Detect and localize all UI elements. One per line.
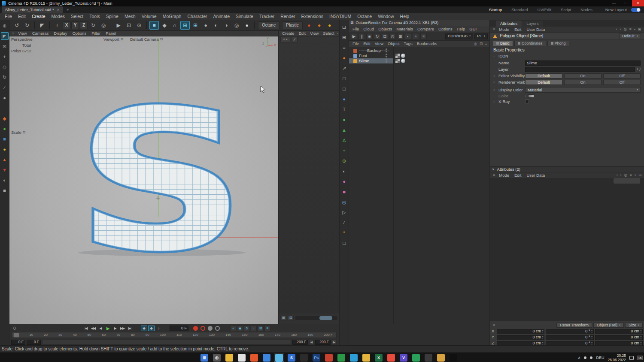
section-tab[interactable]: Coordinates bbox=[514, 41, 546, 46]
menu-item[interactable]: Volume bbox=[139, 14, 160, 19]
record-rotation-toggle[interactable]: ↻ bbox=[244, 326, 250, 331]
spinner-icon[interactable]: ▴▾ bbox=[591, 335, 592, 339]
points-mode-icon[interactable]: ● bbox=[1, 145, 9, 153]
primitive-cube-icon[interactable]: ■ bbox=[149, 21, 159, 30]
mic-icon[interactable] bbox=[584, 356, 586, 359]
redo-icon[interactable]: ↻ bbox=[22, 21, 32, 30]
attr-search-icon[interactable]: ◎ bbox=[623, 27, 626, 31]
area-light-icon[interactable]: ▲ bbox=[341, 127, 348, 133]
viewport-canvas[interactable]: S S S S Perspective Viewport ⊞ Default C… bbox=[9, 36, 278, 324]
toolbar-icon[interactable] bbox=[111, 21, 111, 29]
menu-item[interactable]: Modes bbox=[49, 14, 68, 19]
current-frame-handle[interactable] bbox=[13, 333, 19, 338]
menu-item[interactable]: Render bbox=[277, 14, 298, 19]
lv-add-icon[interactable]: + bbox=[413, 33, 419, 39]
octane-menu-button[interactable]: Octane bbox=[258, 21, 279, 29]
reset-transform-button[interactable]: Reset Transform bbox=[556, 323, 592, 328]
editor-visibility-option[interactable]: Default bbox=[525, 73, 562, 78]
autokey-mode-button[interactable]: ◆ bbox=[148, 326, 155, 331]
renderer-visibility-option[interactable]: Default bbox=[525, 80, 562, 85]
target-light-icon[interactable]: ∆ bbox=[341, 137, 348, 144]
octane-lv-menu-item[interactable]: GUI bbox=[467, 27, 479, 31]
chrome-icon[interactable] bbox=[386, 353, 396, 362]
layout-button[interactable]: Script bbox=[561, 8, 571, 12]
rotate-icon[interactable]: ↻ bbox=[1, 73, 9, 81]
toolbar-icon[interactable] bbox=[254, 21, 255, 29]
om-menu-item[interactable]: File bbox=[350, 42, 361, 46]
record-scale-toggle[interactable]: ◆ bbox=[237, 326, 243, 331]
minimize-button[interactable]: — bbox=[608, 0, 620, 6]
volume-icon[interactable] bbox=[590, 356, 592, 359]
excel-icon[interactable]: X bbox=[374, 353, 384, 362]
object-name[interactable]: ------Backup------ bbox=[359, 48, 389, 53]
prev-frame-button[interactable]: ◀ bbox=[97, 326, 104, 331]
kernel-dropdown[interactable]: PT ▾ bbox=[474, 33, 488, 39]
viewport-menu-item[interactable]: Panel bbox=[103, 31, 118, 36]
z-lock-button[interactable]: Z bbox=[80, 21, 88, 29]
anim-dot-icon[interactable]: ○ bbox=[493, 74, 498, 77]
livedb-icon[interactable]: * bbox=[341, 229, 348, 236]
anim-dot-icon[interactable]: ○ bbox=[493, 81, 498, 84]
om-menu-item[interactable]: View bbox=[373, 42, 386, 46]
range-right-arrow[interactable]: ▶ bbox=[332, 340, 337, 345]
selection-tool-icon[interactable]: ◤ bbox=[1, 32, 9, 40]
lv-region-icon[interactable]: ⊡ bbox=[382, 33, 388, 39]
tab-close-icon[interactable]: × bbox=[57, 8, 60, 12]
preset-dropdown[interactable]: Default ▾ bbox=[619, 33, 641, 39]
object-name[interactable]: Font bbox=[359, 54, 367, 58]
viewport-menu-item[interactable]: Options bbox=[70, 31, 89, 36]
lv-focus-picker-icon[interactable]: ◎ bbox=[389, 33, 396, 39]
edges-mode-icon[interactable]: ▲ bbox=[1, 156, 9, 163]
menu-item[interactable]: Window bbox=[375, 14, 397, 19]
layout-button[interactable]: Standard bbox=[511, 8, 528, 12]
content-scrollbar[interactable] bbox=[295, 316, 337, 320]
lv-stop-icon[interactable]: ■ bbox=[366, 33, 373, 39]
tab-layers[interactable]: Layers bbox=[522, 21, 543, 27]
xray-checkbox[interactable] bbox=[525, 100, 529, 103]
menu-item[interactable]: MoGraph bbox=[160, 14, 185, 19]
record-params-toggle[interactable]: ⊞ bbox=[258, 326, 264, 331]
spinner-icon[interactable]: ▴▾ bbox=[542, 335, 543, 339]
anim-dot-icon[interactable]: ○ bbox=[493, 100, 498, 103]
attr-back-icon[interactable]: ‹ bbox=[617, 173, 618, 177]
content-menu-item[interactable]: Edit bbox=[297, 31, 308, 36]
attributes-2-menu-item[interactable]: User Data bbox=[524, 173, 547, 178]
hamburger-icon[interactable]: ≡ bbox=[11, 32, 15, 36]
photoshop-icon[interactable]: Ps bbox=[311, 353, 322, 362]
menu-item[interactable]: Tracker bbox=[256, 14, 277, 19]
timeline-ruler[interactable]: 0102030405060708090100110120130140150160… bbox=[11, 332, 337, 338]
octane-object-icon[interactable]: ● bbox=[341, 96, 348, 103]
om-menu-item[interactable]: Edit bbox=[361, 42, 372, 46]
layout-button[interactable]: UV/Edit bbox=[538, 8, 551, 12]
toolbar-icon[interactable] bbox=[34, 21, 35, 29]
red-app-icon[interactable] bbox=[324, 353, 334, 362]
render-passes-icon[interactable]: ▷ bbox=[341, 209, 348, 216]
lv-pause-icon[interactable]: ∥ bbox=[358, 33, 365, 39]
record-position-toggle[interactable]: + bbox=[230, 326, 236, 331]
file-explorer-icon[interactable] bbox=[224, 353, 234, 362]
current-frame-field[interactable]: 0 F bbox=[170, 326, 188, 331]
transform-mode-dropdown[interactable]: Object (Rel) ▾ bbox=[593, 323, 624, 328]
octane-dock-icon[interactable]: ⊞ bbox=[341, 34, 348, 41]
folder-app-icon[interactable] bbox=[436, 353, 446, 362]
menu-item[interactable]: Simulate bbox=[233, 14, 256, 19]
axis-mode-icon[interactable]: ■ bbox=[1, 187, 9, 194]
name-input[interactable] bbox=[525, 60, 641, 66]
octane-lv-menu-item[interactable]: Options bbox=[436, 27, 455, 31]
octane-logo-icon[interactable]: ● bbox=[341, 54, 348, 61]
spinner-icon[interactable]: ▴▾ bbox=[641, 329, 641, 333]
keyframe-clock-button[interactable] bbox=[215, 326, 220, 331]
attr-forward-icon[interactable]: › bbox=[620, 173, 622, 177]
lv-subsample-icon[interactable]: ⊞ bbox=[397, 33, 404, 39]
render-region-icon[interactable]: □ bbox=[341, 75, 348, 82]
content-menu-item[interactable]: Select bbox=[321, 31, 336, 36]
sound-button[interactable]: ♪ bbox=[155, 326, 162, 331]
zoom-icon[interactable]: ⊕ bbox=[1, 22, 9, 30]
attr-newwin-icon[interactable]: ⊞ bbox=[638, 27, 641, 31]
document-tab[interactable]: Slimy_Letter_Tutorial.c4d * × bbox=[2, 6, 63, 13]
move-tool-icon[interactable]: + bbox=[52, 21, 62, 30]
visibility-dots[interactable] bbox=[386, 59, 387, 63]
film-region-icon[interactable]: □ bbox=[341, 85, 348, 92]
menu-item[interactable]: Octane bbox=[354, 14, 375, 19]
attr-filter-icon[interactable]: ≡ bbox=[629, 27, 632, 31]
